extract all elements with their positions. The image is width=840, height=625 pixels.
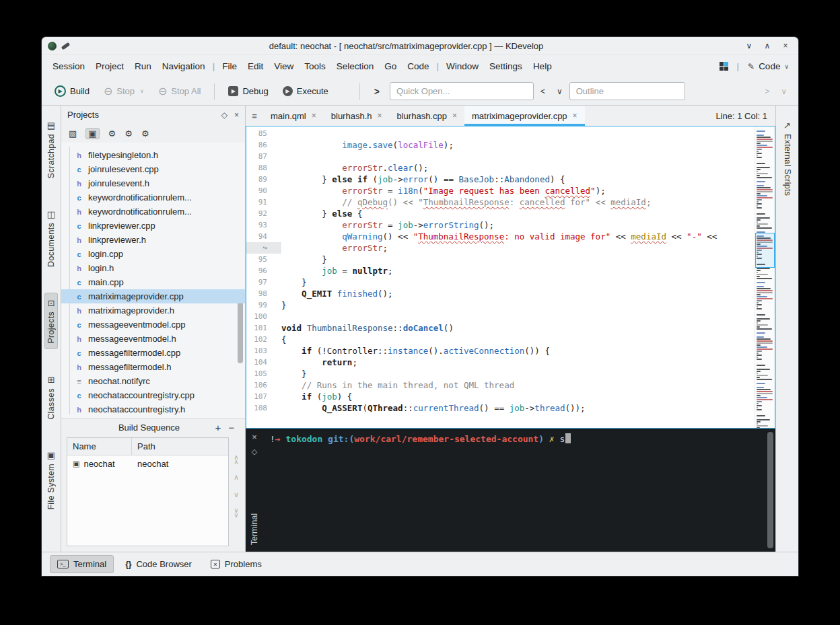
stop-button[interactable]: ⊖ Stop ∨ bbox=[98, 83, 150, 100]
tree-item[interactable]: hmessagefiltermodel.h bbox=[61, 360, 245, 374]
tree-item[interactable]: cmain.cpp bbox=[61, 275, 245, 289]
document-list-icon[interactable]: ≡ bbox=[246, 106, 263, 126]
tab-close-icon[interactable]: × bbox=[377, 111, 382, 120]
tree-item[interactable]: cneochataccountregistry.cpp bbox=[61, 388, 245, 402]
tree-item[interactable]: cjoinrulesevent.cpp bbox=[61, 162, 245, 176]
next-context-button[interactable]: > bbox=[760, 87, 774, 96]
dock-tab-documents[interactable]: ◫Documents bbox=[44, 204, 58, 272]
quick-open-combobox[interactable]: Quick Open... bbox=[390, 82, 534, 100]
add-to-build-sequence-icon[interactable]: + bbox=[211, 422, 225, 433]
projects-tree[interactable]: hfiletypesingleton.hcjoinrulesevent.cpph… bbox=[61, 143, 245, 418]
area-grid-icon[interactable] bbox=[720, 62, 728, 71]
titlebar[interactable]: default: neochat - [ neochat/src/matrixi… bbox=[42, 37, 798, 55]
remove-from-build-sequence-icon[interactable]: − bbox=[225, 422, 238, 433]
close-icon[interactable]: × bbox=[779, 41, 792, 50]
execute-button[interactable]: ▶ Execute bbox=[277, 83, 335, 100]
menu-window[interactable]: Window bbox=[441, 55, 484, 77]
tree-item[interactable]: hneochataccountregistry.h bbox=[61, 402, 245, 416]
minimap-viewport[interactable] bbox=[755, 233, 775, 268]
code-editor[interactable]: 8586 image.save(localFile);8788 errorStr… bbox=[246, 126, 775, 429]
minimap[interactable] bbox=[755, 126, 775, 428]
code-token bbox=[281, 289, 302, 299]
terminal-scrollbar[interactable] bbox=[767, 432, 773, 548]
menu-code[interactable]: Code bbox=[402, 55, 434, 77]
close-toolview-icon[interactable]: × bbox=[234, 110, 239, 120]
move-to-bottom-icon[interactable]: ∨∨ bbox=[234, 508, 238, 517]
terminal-body[interactable]: !→ tokodon git:(work/carl/remember-selec… bbox=[263, 429, 775, 552]
editor-tab[interactable]: matriximageprovider.cpp× bbox=[464, 106, 585, 126]
menu-navigation[interactable]: Navigation bbox=[157, 55, 211, 77]
tree-item[interactable]: hlinkpreviewer.h bbox=[61, 233, 245, 247]
code-token: (!Controller:: bbox=[312, 346, 388, 356]
move-up-icon[interactable]: ∧ bbox=[234, 473, 239, 482]
menu-project[interactable]: Project bbox=[90, 55, 129, 77]
statusbar-code-browser-button[interactable]: {}Code Browser bbox=[118, 555, 199, 573]
editor-tab[interactable]: blurhash.cpp× bbox=[390, 106, 464, 126]
dock-tab-classes[interactable]: ⊞Classes bbox=[44, 369, 58, 425]
build-selection-icon[interactable]: ⚙ bbox=[108, 128, 116, 139]
stop-all-button[interactable]: ⊖ Stop All bbox=[152, 83, 207, 100]
build-sequence-row[interactable]: ▣neochatneochat bbox=[67, 455, 228, 472]
menu-tools[interactable]: Tools bbox=[299, 55, 331, 77]
menu-settings[interactable]: Settings bbox=[484, 55, 528, 77]
build-sequence-table[interactable]: NamePath ▣neochatneochat bbox=[67, 437, 229, 546]
menu-go[interactable]: Go bbox=[379, 55, 402, 77]
code-token: nullptr bbox=[352, 266, 388, 276]
tab-close-icon[interactable]: × bbox=[312, 111, 316, 120]
jump-to-prompt-icon[interactable]: > bbox=[368, 86, 386, 97]
tree-item[interactable]: clinkpreviewer.cpp bbox=[61, 219, 245, 233]
show-targets-icon[interactable]: ▣ bbox=[85, 128, 99, 139]
tree-item[interactable]: hfiletypesingleton.h bbox=[61, 148, 245, 162]
context-dropdown-button[interactable]: ∨ bbox=[552, 87, 567, 96]
menu-edit[interactable]: Edit bbox=[242, 55, 269, 77]
maximize-icon[interactable]: ∧ bbox=[761, 41, 774, 50]
move-down-icon[interactable]: ∨ bbox=[234, 490, 239, 499]
editor-tab[interactable]: blurhash.h× bbox=[324, 106, 390, 126]
tree-item[interactable]: ⚙neochatconfig.kcfg bbox=[61, 416, 245, 418]
minimize-icon[interactable]: ∨ bbox=[742, 41, 756, 50]
tab-close-icon[interactable]: × bbox=[452, 111, 457, 120]
terminal-close-icon[interactable]: × bbox=[252, 432, 257, 442]
toolbar-overflow-button[interactable]: ∨ bbox=[776, 87, 792, 96]
float-toolview-icon[interactable]: ◇ bbox=[221, 110, 228, 120]
tree-item[interactable]: hjoinrulesevent.h bbox=[61, 176, 245, 190]
debug-button[interactable]: ▶ Debug bbox=[222, 83, 274, 100]
install-selection-icon[interactable]: ⚙ bbox=[125, 128, 133, 139]
menu-file[interactable]: File bbox=[217, 55, 242, 77]
statusbar-problems-button[interactable]: ×Problems bbox=[203, 555, 269, 573]
tree-item[interactable]: cmessagefiltermodel.cpp bbox=[61, 346, 245, 360]
minimap-line bbox=[757, 375, 768, 376]
terminal-strip-label[interactable]: Terminal bbox=[250, 513, 259, 545]
tree-item[interactable]: hmessageeventmodel.h bbox=[61, 332, 245, 346]
dock-tab-projects[interactable]: ⊡Projects bbox=[44, 293, 58, 349]
tree-item[interactable]: hkeywordnotificationrulem... bbox=[61, 205, 245, 219]
editor-tab[interactable]: main.qml× bbox=[263, 106, 324, 126]
configure-selection-icon[interactable]: ⚙ bbox=[141, 128, 149, 139]
area-switcher-button[interactable]: ✎ Code ∨ bbox=[748, 61, 789, 71]
stop-dropdown-icon[interactable]: ∨ bbox=[140, 88, 144, 94]
tree-item[interactable]: cmessageeventmodel.cpp bbox=[61, 318, 245, 332]
locate-current-document-icon[interactable]: ▧ bbox=[69, 128, 77, 139]
tree-item[interactable]: cmatriximageprovider.cpp bbox=[61, 289, 245, 303]
menu-run[interactable]: Run bbox=[129, 55, 157, 77]
tree-item[interactable]: hmatriximageprovider.h bbox=[61, 303, 245, 318]
outline-combobox[interactable]: Outline bbox=[569, 82, 685, 100]
menu-help[interactable]: Help bbox=[528, 55, 557, 77]
dock-tab-external-scripts[interactable]: ↗External Scripts bbox=[781, 115, 794, 201]
menu-selection[interactable]: Selection bbox=[331, 55, 380, 77]
tree-item[interactable]: hlogin.h bbox=[61, 261, 245, 275]
tree-item[interactable]: ≡neochat.notifyrc bbox=[61, 374, 245, 388]
tab-close-icon[interactable]: × bbox=[573, 111, 578, 120]
build-button[interactable]: ▶ Build bbox=[48, 82, 96, 100]
dock-tab-scratchpad[interactable]: ▤Scratchpad bbox=[44, 115, 58, 184]
menu-session[interactable]: Session bbox=[47, 55, 90, 77]
menu-view[interactable]: View bbox=[269, 55, 299, 77]
terminal-detach-icon[interactable]: ◇ bbox=[252, 447, 257, 456]
previous-context-button[interactable]: < bbox=[536, 87, 550, 96]
tree-item[interactable]: ckeywordnotificationrulem... bbox=[61, 190, 245, 205]
statusbar-terminal-button[interactable]: >_Terminal bbox=[50, 555, 114, 573]
dock-tab-filesystem[interactable]: ▣File System bbox=[44, 445, 58, 515]
column-header-path: Path bbox=[132, 438, 161, 455]
move-to-top-icon[interactable]: ∧∧ bbox=[234, 455, 238, 464]
tree-item[interactable]: clogin.cpp bbox=[61, 247, 245, 261]
